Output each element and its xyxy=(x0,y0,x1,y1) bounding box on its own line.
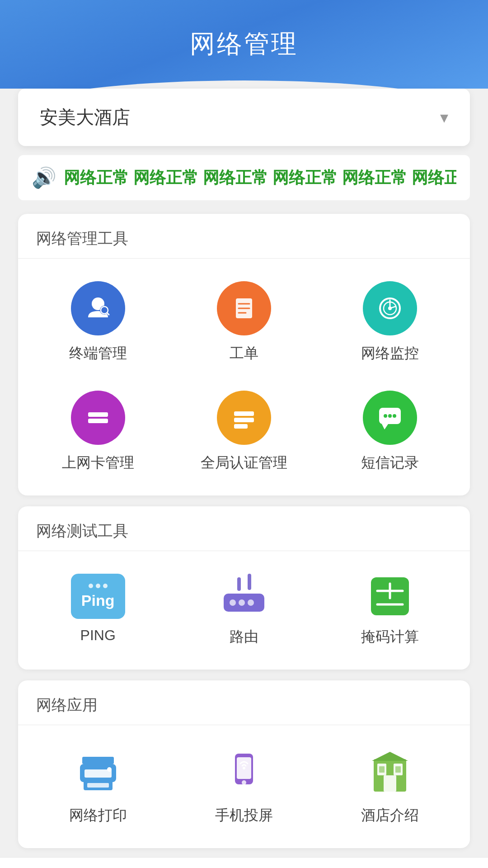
test-tools-title: 网络测试工具 xyxy=(18,506,470,551)
ping-label: PING xyxy=(80,627,116,644)
svg-marker-49 xyxy=(372,752,408,761)
router-label: 路由 xyxy=(230,627,258,647)
svg-rect-37 xyxy=(87,783,109,788)
print-icon xyxy=(71,748,125,797)
svg-rect-48 xyxy=(395,766,401,773)
svg-point-20 xyxy=(384,414,387,418)
svg-point-12 xyxy=(388,307,392,310)
svg-point-27 xyxy=(239,599,245,606)
screen-label: 手机投屏 xyxy=(215,806,273,826)
router-item[interactable]: 路由 xyxy=(173,565,314,656)
chevron-down-icon: ▾ xyxy=(440,108,448,127)
workorder-label: 工单 xyxy=(230,344,258,363)
terminal-label: 终端管理 xyxy=(69,344,127,363)
monitor-icon xyxy=(363,281,417,335)
terminal-icon xyxy=(71,281,125,335)
test-tools-section: 网络测试工具 Ping PING xyxy=(18,506,470,670)
hotel-icon xyxy=(363,748,417,797)
ping-item[interactable]: Ping PING xyxy=(27,565,169,656)
svg-rect-46 xyxy=(384,775,396,792)
speaker-icon: 🔊 xyxy=(32,166,56,189)
netcard-icon xyxy=(71,391,125,445)
auth-icon xyxy=(217,391,271,445)
monitor-label: 网络监控 xyxy=(361,344,419,363)
svg-rect-14 xyxy=(88,419,108,423)
svg-rect-16 xyxy=(234,418,254,422)
bottom-navigation: 首页 网络管理 我的 xyxy=(0,857,488,868)
terminal-item[interactable]: 终端管理 xyxy=(27,272,169,373)
svg-point-26 xyxy=(230,599,236,606)
sms-item[interactable]: 短信记录 xyxy=(319,382,461,482)
svg-line-3 xyxy=(107,313,109,315)
main-content: 网络管理工具 终端管理 xyxy=(0,209,488,857)
apps-section: 网络应用 网络打印 xyxy=(18,680,470,848)
svg-rect-47 xyxy=(379,766,385,773)
print-label: 网络打印 xyxy=(69,806,127,826)
test-tools-grid: Ping PING xyxy=(18,551,470,670)
svg-rect-15 xyxy=(234,411,254,416)
netcard-item[interactable]: 上网卡管理 xyxy=(27,382,169,482)
hotel-label: 酒店介绍 xyxy=(361,806,419,826)
netcard-label: 上网卡管理 xyxy=(62,453,134,473)
management-tools-section: 网络管理工具 终端管理 xyxy=(18,214,470,495)
dropdown-container: 安美大酒店 ▾ xyxy=(0,89,488,146)
workorder-icon xyxy=(217,281,271,335)
svg-point-41 xyxy=(242,780,246,785)
svg-point-21 xyxy=(388,414,392,418)
apps-grid: 网络打印 手机投屏 xyxy=(18,725,470,848)
mask-item[interactable]: 掩码计算 xyxy=(319,565,461,656)
network-status-bar: 🔊 网络正常 网络正常 网络正常 网络正常 网络正常 网络正常 xyxy=(18,155,470,200)
monitor-item[interactable]: 网络监控 xyxy=(319,272,461,373)
mask-label: 掩码计算 xyxy=(361,627,419,647)
svg-marker-19 xyxy=(382,424,388,429)
status-text: 网络正常 网络正常 网络正常 网络正常 网络正常 网络正常 xyxy=(64,167,456,189)
svg-rect-13 xyxy=(88,412,108,417)
hotel-dropdown[interactable]: 安美大酒店 ▾ xyxy=(18,89,470,146)
svg-point-22 xyxy=(393,414,396,418)
svg-rect-23 xyxy=(237,577,241,591)
page-title: 网络管理 xyxy=(18,27,470,61)
management-tools-grid: 终端管理 工单 xyxy=(18,259,470,495)
router-icon xyxy=(217,574,271,619)
svg-rect-17 xyxy=(234,424,248,429)
mask-icon xyxy=(363,574,417,619)
ping-icon: Ping xyxy=(71,574,125,619)
sms-icon xyxy=(363,391,417,445)
screen-item[interactable]: 手机投屏 xyxy=(173,739,314,835)
hotel-item[interactable]: 酒店介绍 xyxy=(319,739,461,835)
svg-point-42 xyxy=(243,767,245,769)
print-item[interactable]: 网络打印 xyxy=(27,739,169,835)
svg-point-28 xyxy=(248,599,254,606)
apps-title: 网络应用 xyxy=(18,680,470,725)
auth-item[interactable]: 全局认证管理 xyxy=(173,382,314,482)
workorder-item[interactable]: 工单 xyxy=(173,272,314,373)
screen-icon xyxy=(217,748,271,797)
svg-point-38 xyxy=(107,767,112,772)
svg-rect-33 xyxy=(82,757,114,764)
svg-rect-24 xyxy=(248,574,251,590)
sms-label: 短信记录 xyxy=(361,453,419,473)
hotel-name: 安美大酒店 xyxy=(40,105,130,130)
auth-label: 全局认证管理 xyxy=(201,453,287,473)
management-tools-title: 网络管理工具 xyxy=(18,214,470,259)
